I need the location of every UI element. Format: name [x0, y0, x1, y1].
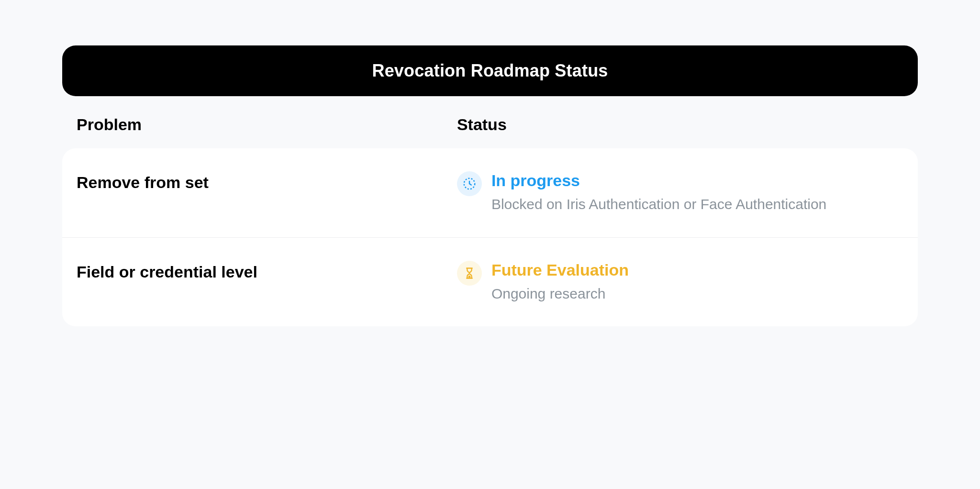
table-row: Field or credential level Future Evaluat… [62, 237, 918, 327]
status-subtitle: Ongoing research [491, 284, 903, 304]
hourglass-icon [457, 261, 482, 286]
clock-dotted-icon [457, 171, 482, 196]
status-text: Future Evaluation Ongoing research [491, 261, 903, 304]
problem-cell: Remove from set [77, 171, 457, 192]
status-subtitle: Blocked on Iris Authentication or Face A… [491, 195, 903, 214]
column-header-status: Status [457, 115, 903, 134]
status-title: In progress [491, 171, 903, 190]
status-cell: In progress Blocked on Iris Authenticati… [457, 171, 903, 214]
columns-header: Problem Status [62, 96, 918, 148]
column-header-problem: Problem [77, 115, 457, 134]
page-title-bar: Revocation Roadmap Status [62, 45, 918, 96]
problem-cell: Field or credential level [77, 261, 457, 281]
status-title: Future Evaluation [491, 261, 903, 279]
status-cell: Future Evaluation Ongoing research [457, 261, 903, 304]
status-text: In progress Blocked on Iris Authenticati… [491, 171, 903, 214]
table-row: Remove from set In progress Blocked on I… [62, 148, 918, 237]
page-title: Revocation Roadmap Status [372, 61, 608, 80]
status-table: Revocation Roadmap Status Problem Status… [62, 45, 918, 326]
rows-wrapper: Remove from set In progress Blocked on I… [62, 148, 918, 326]
